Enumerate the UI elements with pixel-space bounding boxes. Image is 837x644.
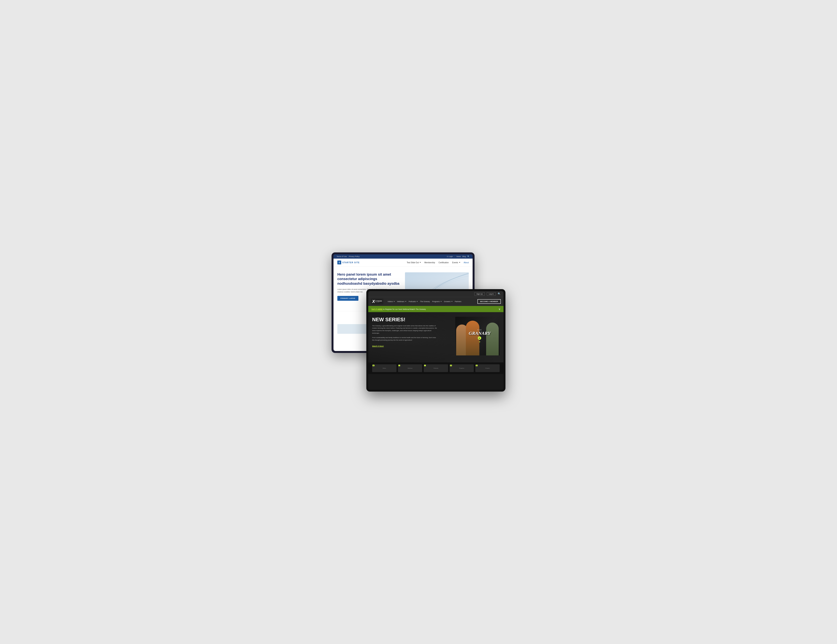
thumb-5[interactable]: ★ Growers (475, 364, 500, 372)
xa-nav-videos[interactable]: Videos (387, 301, 395, 302)
starter-hero-title: Hero panel lorem ipsum sit amet consecte… (337, 272, 401, 286)
search-icon[interactable]: 🔍 (498, 292, 501, 296)
terms-link[interactable]: Terms of Use (336, 256, 347, 258)
xa-nav-granary[interactable]: The Granary (420, 301, 430, 302)
sign-up-button[interactable]: Sign Up (474, 292, 485, 296)
granary-image: THE GRANARY ▶ ⚜ (455, 317, 500, 355)
thumb-5-label: Growers (485, 367, 490, 369)
starter-nav-certification[interactable]: Certification (438, 261, 449, 264)
thumb-2-label: Webinars (407, 367, 413, 369)
xa-logo-x: X (372, 299, 375, 304)
xa-screen: Sign Up Log In 🔍 X XTREME FARM (368, 291, 504, 389)
starter-topbar-right: ⊙ Login | News Blog 🔍 (447, 256, 469, 258)
starter-logo-icon: S (337, 261, 341, 264)
banner-chevron-icon: ∨ (499, 307, 501, 310)
tablet-front: Sign Up Log In 🔍 X XTREME FARM (366, 289, 505, 392)
thumb-2-badge: ○ (399, 365, 400, 366)
starter-nav-events[interactable]: Events (452, 261, 460, 264)
xa-logo-farm: FARM (376, 302, 382, 303)
topbar-divider: | (455, 256, 455, 258)
login-link[interactable]: ⊙ Login (447, 256, 453, 258)
privacy-link[interactable]: Privacy Policy (349, 256, 359, 258)
xa-hero-series-title: NEW SERIES! (372, 317, 451, 322)
xa-logo: X XTREME FARM (371, 299, 383, 304)
thumb-3-badge: ♪ (424, 365, 426, 366)
thumb-1[interactable]: ▶ Videos (372, 364, 397, 372)
starter-nav-about[interactable]: About (464, 261, 469, 264)
xa-topbar: Sign Up Log In 🔍 (368, 291, 504, 297)
granary-title-text: GRANARY (469, 331, 491, 335)
xa-nav-growers[interactable]: Growers (444, 301, 453, 302)
granary-wheat-icon: ⚜ (469, 340, 491, 343)
granary-logo-overlay: THE GRANARY ▶ ⚜ (469, 329, 491, 343)
starter-nav-test-slide-out[interactable]: Test Slide Out (407, 261, 421, 264)
starter-nav: S STARTER SITE Test Slide Out Membership… (333, 259, 473, 266)
news-link[interactable]: News (456, 256, 461, 258)
thumb-3[interactable]: ♪ Podcasts (424, 364, 448, 372)
thumb-5-badge: ★ (476, 365, 478, 366)
watch-here-link[interactable]: Watch it Here! (372, 345, 384, 347)
thumb-4-label: Programs (459, 367, 464, 369)
starter-nav-links: Test Slide Out Membership Certification … (407, 261, 469, 264)
xa-hero-desc1: The Granary, a groundbreaking and origin… (372, 325, 438, 335)
become-member-button[interactable]: BECOME A MEMBER (478, 299, 501, 304)
xa-banner[interactable]: TAP IT HERE to Register for our Next Web… (368, 306, 504, 312)
xa-logo-text-block: XTREME FARM (376, 301, 382, 303)
starter-topbar-left: Terms of Use Privacy Policy (336, 256, 359, 258)
scene: Terms of Use Privacy Policy ⊙ Login | Ne… (332, 252, 505, 392)
xa-banner-text: TAP IT HERE to Register for our Next Web… (371, 308, 426, 310)
thumb-1-label: Videos (382, 367, 386, 369)
log-in-button[interactable]: Log In (487, 292, 496, 296)
starter-topbar: Terms of Use Privacy Policy ⊙ Login | Ne… (333, 255, 473, 259)
blog-link[interactable]: Blog (462, 256, 466, 258)
xa-nav-podcasts[interactable]: Podcasts (409, 301, 418, 302)
xa-nav-webinars[interactable]: Webinars (397, 301, 406, 302)
xa-nav-programs[interactable]: Programs (432, 301, 441, 302)
xa-hero: NEW SERIES! The Granary, a groundbreakin… (368, 312, 504, 362)
xa-nav: X XTREME FARM Videos Webinars (368, 297, 504, 306)
thumb-3-label: Podcasts (433, 367, 439, 369)
starter-nav-membership[interactable]: Membership (424, 261, 435, 264)
xa-banner-message: to Register for our Next Webinar/Watch T… (383, 308, 426, 310)
xa-thumbnails: ▶ Videos ○ Webinars ♪ Podcasts ☰ Program… (368, 362, 504, 374)
xa-logo-box: X XTREME FARM (371, 299, 383, 304)
thumb-2[interactable]: ○ Webinars (398, 364, 422, 372)
granary-image-bg: THE GRANARY ▶ ⚜ (455, 317, 500, 355)
primary-large-button[interactable]: PRIMARY LARGE (337, 296, 358, 301)
starter-logo-text: STARTER SITE (342, 261, 359, 264)
search-icon[interactable]: 🔍 (468, 256, 469, 258)
starter-logo: S STARTER SITE (337, 261, 359, 264)
thumb-4-badge: ☰ (450, 365, 452, 366)
xa-hero-right: THE GRANARY ▶ ⚜ (455, 317, 500, 358)
xa-hero-desc2: From sustainability and family tradition… (372, 337, 438, 342)
thumb-4[interactable]: ☰ Programs (450, 364, 474, 372)
xa-nav-partners[interactable]: Partners (455, 301, 461, 302)
tap-it-here-link[interactable]: TAP IT HERE (371, 308, 382, 310)
xa-hero-left: NEW SERIES! The Granary, a groundbreakin… (372, 317, 451, 358)
thumb-1-badge: ▶ (373, 365, 374, 366)
xa-nav-links: Videos Webinars Podcasts The Granary Pro… (387, 301, 474, 302)
granary-play-button[interactable]: ▶ (478, 336, 481, 340)
